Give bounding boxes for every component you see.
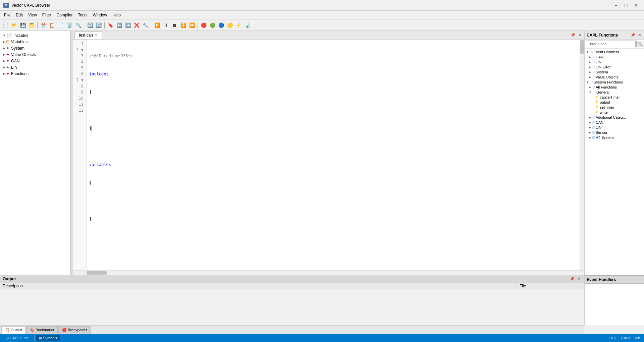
toolbar-debug5[interactable]: ⚡: [234, 21, 243, 29]
tree-all-functions[interactable]: ▶ ⊞ All Functions: [585, 84, 644, 90]
line-num-6: 6: [73, 71, 86, 77]
capl-pin-button[interactable]: 📌: [630, 33, 636, 38]
tree-lin-error[interactable]: ▶ ⊞ LIN Error: [585, 64, 644, 69]
func-icon-set-timer: ⚡: [594, 105, 599, 109]
sidebar-item-can[interactable]: ▶ ✦ CAN: [0, 58, 70, 64]
menu-window[interactable]: Window: [90, 12, 110, 18]
code-line-1: /*@!Encoding:936*/: [89, 53, 577, 59]
tab-close-icon[interactable]: ✕: [95, 33, 98, 37]
tree-system-functions[interactable]: ▼ ⊞ System Functions: [585, 79, 644, 84]
tab-pin-button[interactable]: 📌: [569, 32, 577, 38]
line-num-11: 11: [73, 101, 86, 107]
toolbar-step-over[interactable]: ⏩: [188, 21, 196, 29]
code-line-9: [89, 198, 577, 204]
toolbar-delete[interactable]: 🗑️: [65, 21, 73, 29]
capl-func-tab[interactable]: ⊞ CAPL Func...: [3, 335, 35, 341]
expand-system-icon: ▶: [3, 46, 5, 50]
capl-search-input[interactable]: [586, 41, 636, 47]
additional-icon: ⊞: [592, 115, 595, 119]
tree-additional-categ[interactable]: ▶ ⊞ Additional Categ...: [585, 115, 644, 120]
menu-tools[interactable]: Tools: [75, 12, 90, 18]
toolbar-paste[interactable]: 📄: [57, 21, 65, 29]
tree-output[interactable]: ⚡ output: [585, 100, 644, 105]
tree-vt-system[interactable]: ▶ ⊞ VT System: [585, 135, 644, 140]
tab-output[interactable]: 📋 Output: [1, 326, 25, 334]
tree-cancel-timer[interactable]: ⚡ cancelTimer: [585, 95, 644, 100]
toolbar-step-in[interactable]: ⏬: [179, 21, 187, 29]
sidebar-item-includes[interactable]: ▼ 📄 Includes: [0, 32, 70, 39]
status-right-tabs: ⊞ CAPL Func... ⊞ Symbols: [3, 335, 60, 341]
tree-value-objects[interactable]: ▶ ⊞ Value Objects: [585, 74, 644, 79]
tree-event-handlers[interactable]: ▼ ⊞ Event Handlers: [585, 49, 644, 54]
menu-filter[interactable]: Filter: [40, 12, 54, 18]
toolbar-debug3[interactable]: 🔵: [217, 21, 225, 29]
code-editor[interactable]: /*@!Encoding:936*/ includes { } variable…: [87, 40, 580, 270]
maximize-button[interactable]: □: [621, 2, 631, 9]
toolbar-prev-bookmark[interactable]: ⬅️: [115, 21, 123, 29]
toolbar-find[interactable]: 🔍: [74, 21, 82, 29]
editor-scrollbar-horizontal[interactable]: [73, 270, 584, 275]
tree-lin[interactable]: ▶ ⊞ LIN: [585, 59, 644, 64]
toolbar-save[interactable]: 💾: [19, 21, 27, 29]
output-close-button[interactable]: ✕: [576, 276, 581, 281]
toolbar-bookmark[interactable]: 🔖: [106, 21, 114, 29]
status-mode: INS: [635, 336, 641, 340]
toolbar-undo[interactable]: ↩️: [86, 21, 94, 29]
expand-can-icon: ▶: [3, 59, 5, 63]
menu-help[interactable]: Help: [110, 12, 123, 18]
symbols-tab[interactable]: ⊞ Symbols: [36, 335, 60, 341]
menu-file[interactable]: File: [1, 12, 13, 18]
toolbar-cut[interactable]: ✂️: [39, 21, 47, 29]
status-bar: ⊞ CAPL Func... ⊞ Symbols Ln 5 Col 2 INS: [0, 334, 644, 342]
toolbar-save-all[interactable]: 🗂️: [28, 21, 36, 29]
tab-close-all-button[interactable]: ✕: [577, 32, 583, 38]
tree-system[interactable]: ▶ ⊞ System: [585, 69, 644, 74]
tree-write[interactable]: ⚡ write: [585, 110, 644, 115]
sidebar-item-functions[interactable]: ▶ ✦ Functions: [0, 70, 70, 77]
toolbar-debug4[interactable]: 🟡: [226, 21, 234, 29]
expand-variables-icon: ▶: [3, 40, 5, 44]
capl-close-button[interactable]: ✕: [637, 33, 642, 38]
tree-set-timer[interactable]: ⚡ setTimer: [585, 105, 644, 110]
close-button[interactable]: ✕: [631, 2, 641, 9]
toolbar-stop[interactable]: ⏹: [170, 21, 178, 29]
toolbar-debug2[interactable]: 🟢: [208, 21, 216, 29]
toolbar-run[interactable]: ▶️: [153, 21, 161, 29]
sidebar-item-system[interactable]: ▶ ✦ System: [0, 45, 70, 51]
tree-right-can[interactable]: ▶ ⊞ CAN: [585, 120, 644, 125]
toolbar-pause[interactable]: ⏸: [162, 21, 170, 29]
toolbar-clear-bookmarks[interactable]: ❌: [132, 21, 141, 29]
tab-bookmarks[interactable]: 🔖 Bookmarks: [26, 326, 58, 334]
minimize-button[interactable]: −: [611, 2, 621, 9]
right-lin-icon: ⊞: [592, 125, 595, 129]
sidebar-item-value-objects[interactable]: ▶ ✦ Value Objects: [0, 51, 70, 58]
tree-right-lin[interactable]: ▶ ⊞ LIN: [585, 125, 644, 130]
toolbar-new[interactable]: 📄: [1, 21, 9, 29]
sidebar-item-variables[interactable]: ▶ ⊞ Variables: [0, 39, 70, 45]
output-panel-actions: 📌 ✕: [569, 276, 581, 281]
right-bottom-header: Event Handlers: [585, 276, 644, 284]
sidebar-resize-handle[interactable]: ···: [70, 31, 73, 275]
line-num-8: 8: [73, 83, 86, 89]
menu-view[interactable]: View: [25, 12, 40, 18]
capl-search-button[interactable]: 🔍: [636, 41, 644, 47]
tab-breakpoints[interactable]: 🔴 Breakpoints: [58, 326, 91, 334]
expand-lin-icon: ▶: [3, 65, 5, 69]
write-spacer: [593, 111, 594, 114]
toolbar-open[interactable]: 📂: [10, 21, 18, 29]
tab-test-can[interactable]: test.can ✕: [74, 32, 102, 39]
toolbar-next-bookmark[interactable]: ➡️: [124, 21, 132, 29]
editor-scrollbar-vertical[interactable]: [580, 40, 584, 270]
toolbar-compile[interactable]: 🔧: [141, 21, 149, 29]
menu-edit[interactable]: Edit: [13, 12, 25, 18]
toolbar-redo[interactable]: ↪️: [95, 21, 103, 29]
toolbar-debug1[interactable]: 🔴: [200, 21, 208, 29]
tree-sensor[interactable]: ▶ ⊞ Sensor: [585, 130, 644, 135]
toolbar-debug6[interactable]: 📊: [243, 21, 251, 29]
sidebar-item-lin[interactable]: ▶ ✦ LIN: [0, 64, 70, 70]
tree-can[interactable]: ▶ ⊞ CAN: [585, 54, 644, 59]
menu-compiler[interactable]: Compiler: [54, 12, 75, 18]
tree-general[interactable]: ▼ ⊟ General: [585, 90, 644, 95]
output-pin-button[interactable]: 📌: [569, 276, 576, 281]
toolbar-copy[interactable]: 📋: [48, 21, 56, 29]
